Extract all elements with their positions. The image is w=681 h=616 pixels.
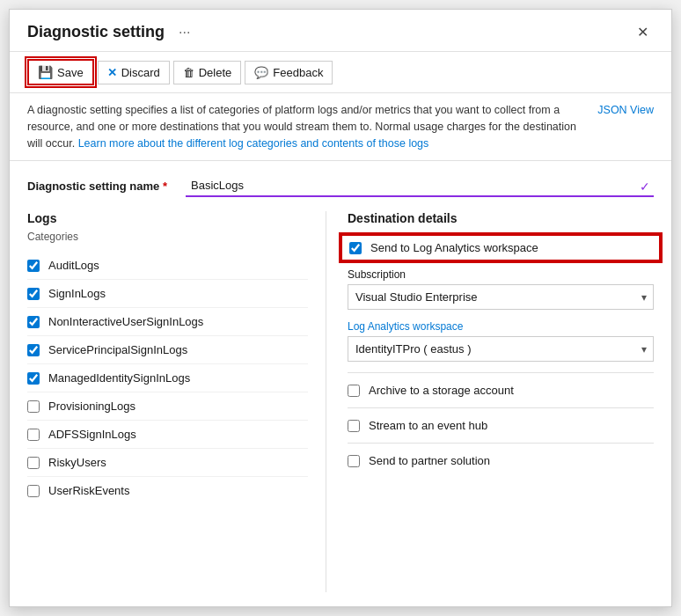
required-indicator: * [163, 180, 167, 193]
audit-checkbox[interactable] [27, 260, 40, 272]
divider-3 [348, 443, 654, 444]
delete-icon: 🗑 [183, 66, 194, 79]
log-item-risky: RiskyUsers [27, 449, 308, 477]
signin-checkbox[interactable] [27, 288, 40, 300]
log-item-managedidentity: ManagedIdentitySignInLogs [27, 364, 308, 392]
toolbar: 💾 Save ✕ Discard 🗑 Delete 💬 Feedback [10, 52, 671, 93]
provisioning-label: ProvisioningLogs [48, 400, 135, 413]
adfs-label: ADFSSignInLogs [48, 428, 136, 441]
provisioning-checkbox[interactable] [27, 400, 40, 413]
discard-button[interactable]: ✕ Discard [98, 61, 170, 84]
learn-more-link[interactable]: Learn more about the different log categ… [78, 137, 429, 150]
subscription-select[interactable]: Visual Studio Enterprise [348, 284, 654, 310]
main-columns: Logs Categories AuditLogs SignInLogs Non… [27, 211, 654, 592]
stream-eventhub-row: Stream to an event hub [348, 412, 654, 439]
subscription-select-wrapper: Visual Studio Enterprise ▾ [348, 284, 654, 310]
feedback-icon: 💬 [254, 66, 268, 79]
description-bar: A diagnostic setting specifies a list of… [10, 93, 671, 161]
userrisk-label: UserRiskEvents [48, 484, 129, 497]
destination-section-title: Destination details [348, 211, 654, 225]
archive-storage-checkbox[interactable] [348, 385, 360, 397]
diagnostic-setting-dialog: Diagnostic setting ··· ✕ 💾 Save ✕ Discar… [9, 9, 672, 607]
subscription-label: Subscription [348, 268, 654, 281]
stream-eventhub-checkbox[interactable] [348, 420, 360, 432]
delete-button[interactable]: 🗑 Delete [173, 61, 242, 84]
audit-label: AuditLogs [48, 259, 99, 272]
destination-panel: Destination details Send to Log Analytic… [326, 211, 654, 592]
feedback-label: Feedback [273, 66, 323, 79]
send-log-analytics-row: Send to Log Analytics workspace [340, 234, 661, 261]
send-partner-label: Send to partner solution [369, 454, 490, 467]
log-item-signin: SignInLogs [27, 280, 308, 308]
workspace-select[interactable]: IdentityITPro ( eastus ) [348, 336, 654, 362]
archive-storage-row: Archive to a storage account [348, 377, 654, 404]
log-item-noninteractive: NonInteractiveUserSignInLogs [27, 308, 308, 336]
delete-label: Delete [199, 66, 232, 79]
dialog-title-menu[interactable]: ··· [179, 25, 190, 40]
discard-label: Discard [121, 66, 160, 79]
discard-icon: ✕ [107, 66, 117, 79]
send-log-analytics-label: Send to Log Analytics workspace [370, 241, 538, 254]
workspace-label: Log Analytics workspace [348, 320, 654, 333]
dialog-title: Diagnostic setting [27, 23, 165, 41]
setting-name-input[interactable] [186, 175, 654, 197]
risky-label: RiskyUsers [48, 456, 106, 469]
serviceprincipal-checkbox[interactable] [27, 344, 40, 356]
adfs-checkbox[interactable] [27, 429, 40, 441]
log-item-audit: AuditLogs [27, 252, 308, 280]
managedidentity-label: ManagedIdentitySignInLogs [48, 371, 190, 385]
log-item-provisioning: ProvisioningLogs [27, 392, 308, 421]
json-view-link[interactable]: JSON View [597, 102, 654, 119]
noninteractive-label: NonInteractiveUserSignInLogs [48, 315, 203, 328]
userrisk-checkbox[interactable] [27, 485, 40, 497]
categories-label: Categories [27, 231, 308, 243]
main-content: Diagnostic setting name * ✓ Logs Categor… [10, 161, 671, 606]
log-item-serviceprincipal: ServicePrincipalSignInLogs [27, 336, 308, 364]
log-item-adfs: ADFSSignInLogs [27, 421, 308, 449]
risky-checkbox[interactable] [27, 457, 40, 469]
feedback-button[interactable]: 💬 Feedback [245, 61, 333, 84]
setting-name-label: Diagnostic setting name * [27, 180, 186, 193]
subscription-field-group: Subscription Visual Studio Enterprise ▾ [348, 268, 654, 310]
log-item-userrisk: UserRiskEvents [27, 477, 308, 504]
send-log-analytics-checkbox[interactable] [349, 242, 362, 254]
workspace-select-wrapper: IdentityITPro ( eastus ) ▾ [348, 336, 654, 362]
archive-storage-label: Archive to a storage account [369, 384, 514, 397]
dialog-close-button[interactable]: ✕ [632, 22, 654, 42]
dialog-header: Diagnostic setting ··· ✕ [10, 10, 671, 52]
save-label: Save [57, 66, 84, 79]
signin-label: SignInLogs [48, 287, 106, 300]
save-icon: 💾 [38, 65, 53, 79]
save-button[interactable]: 💾 Save [27, 59, 94, 85]
divider-1 [348, 372, 654, 373]
logs-section-title: Logs [27, 211, 308, 225]
logs-panel: Logs Categories AuditLogs SignInLogs Non… [27, 211, 326, 592]
setting-name-checkmark: ✓ [640, 180, 650, 194]
managedidentity-checkbox[interactable] [27, 372, 40, 385]
workspace-field-group: Log Analytics workspace IdentityITPro ( … [348, 320, 654, 362]
stream-eventhub-label: Stream to an event hub [369, 419, 487, 432]
send-partner-checkbox[interactable] [348, 455, 360, 467]
setting-name-row: Diagnostic setting name * ✓ [27, 175, 654, 197]
noninteractive-checkbox[interactable] [27, 316, 40, 328]
send-partner-row: Send to partner solution [348, 447, 654, 474]
serviceprincipal-label: ServicePrincipalSignInLogs [48, 343, 187, 356]
setting-name-input-wrapper: ✓ [186, 175, 654, 197]
divider-2 [348, 407, 654, 408]
description-text: A diagnostic setting specifies a list of… [27, 102, 583, 151]
